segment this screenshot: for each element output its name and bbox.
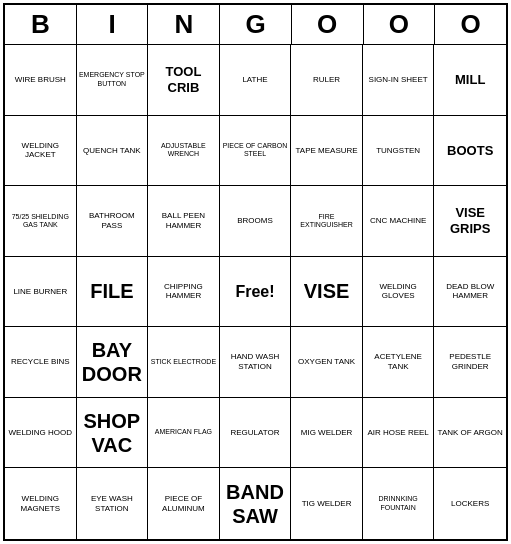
bingo-cell-2: TOOL CRIB [148, 45, 220, 116]
bingo-cell-11: TAPE MEASURE [291, 116, 363, 187]
bingo-cell-9: ADJUSTABLE WRENCH [148, 116, 220, 187]
bingo-cell-22: FILE [77, 257, 149, 328]
header-letter-O: O [364, 5, 436, 45]
bingo-cell-1: EMERGENCY STOP BUTTON [77, 45, 149, 116]
bingo-cell-46: TIG WELDER [291, 468, 363, 539]
bingo-cell-15: BATHROOM PASS [77, 186, 149, 257]
header-letter-B: B [5, 5, 77, 45]
bingo-grid: WIRE BRUSHEMERGENCY STOP BUTTONTOOL CRIB… [5, 45, 506, 539]
bingo-card: BINGOOO WIRE BRUSHEMERGENCY STOP BUTTONT… [3, 3, 508, 541]
bingo-cell-39: MIG WELDER [291, 398, 363, 469]
bingo-cell-34: PEDESTLE GRINDER [434, 327, 506, 398]
bingo-cell-0: WIRE BRUSH [5, 45, 77, 116]
bingo-cell-29: BAY DOOR [77, 327, 149, 398]
bingo-cell-38: REGULATOR [220, 398, 292, 469]
bingo-cell-48: LOCKERS [434, 468, 506, 539]
bingo-cell-13: BOOTS [434, 116, 506, 187]
header-letter-G: G [220, 5, 292, 45]
bingo-cell-20: VISE GRIPS [434, 186, 506, 257]
bingo-cell-32: OXYGEN TANK [291, 327, 363, 398]
bingo-cell-18: FIRE EXTINGUISHER [291, 186, 363, 257]
bingo-cell-14: 75/25 SHIELDING GAS TANK [5, 186, 77, 257]
bingo-cell-41: TANK OF ARGON [434, 398, 506, 469]
bingo-cell-5: SIGN-IN SHEET [363, 45, 435, 116]
bingo-header: BINGOOO [5, 5, 506, 45]
bingo-cell-3: LATHE [220, 45, 292, 116]
header-letter-N: N [148, 5, 220, 45]
bingo-cell-44: PIECE OF ALUMINUM [148, 468, 220, 539]
header-letter-O: O [292, 5, 364, 45]
bingo-cell-16: BALL PEEN HAMMER [148, 186, 220, 257]
bingo-cell-37: AMERICAN FLAG [148, 398, 220, 469]
bingo-cell-28: RECYCLE BINS [5, 327, 77, 398]
bingo-cell-17: BROOMS [220, 186, 292, 257]
bingo-cell-33: ACETYLENE TANK [363, 327, 435, 398]
bingo-cell-4: RULER [291, 45, 363, 116]
bingo-cell-36: SHOP VAC [77, 398, 149, 469]
bingo-cell-24: Free! [220, 257, 292, 328]
bingo-cell-35: WELDING HOOD [5, 398, 77, 469]
bingo-cell-26: WELDING GLOVES [363, 257, 435, 328]
bingo-cell-12: TUNGSTEN [363, 116, 435, 187]
bingo-cell-27: DEAD BLOW HAMMER [434, 257, 506, 328]
bingo-cell-47: DRINNKING FOUNTAIN [363, 468, 435, 539]
bingo-cell-45: BAND SAW [220, 468, 292, 539]
bingo-cell-23: CHIPPING HAMMER [148, 257, 220, 328]
bingo-cell-10: PIECE OF CARBON STEEL [220, 116, 292, 187]
bingo-cell-6: MILL [434, 45, 506, 116]
bingo-cell-8: QUENCH TANK [77, 116, 149, 187]
bingo-cell-25: VISE [291, 257, 363, 328]
header-letter-I: I [77, 5, 149, 45]
bingo-cell-40: AIR HOSE REEL [363, 398, 435, 469]
header-letter-O: O [435, 5, 506, 45]
bingo-cell-43: EYE WASH STATION [77, 468, 149, 539]
bingo-cell-21: LINE BURNER [5, 257, 77, 328]
bingo-cell-7: WELDING JACKET [5, 116, 77, 187]
bingo-cell-31: HAND WASH STATION [220, 327, 292, 398]
bingo-cell-19: CNC MACHINE [363, 186, 435, 257]
bingo-cell-30: STICK ELECTRODE [148, 327, 220, 398]
bingo-cell-42: WELDING MAGNETS [5, 468, 77, 539]
